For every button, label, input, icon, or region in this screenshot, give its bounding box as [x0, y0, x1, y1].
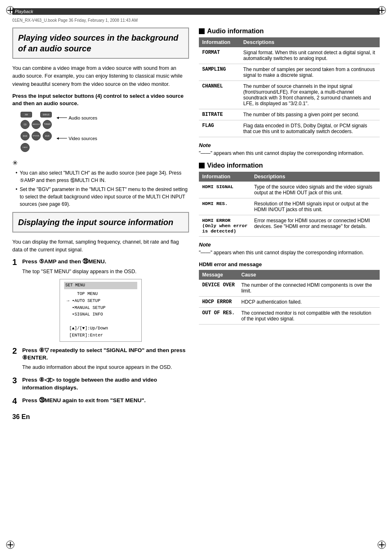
video-info-heading: Video information	[199, 162, 380, 169]
btn-sirius: SIRIUS	[40, 112, 52, 117]
audio-info-cell: CHANNEL	[199, 81, 240, 109]
section-box-1-title: Playing video sources in the background …	[18, 32, 183, 54]
osd-line-6: [ENTER]:Enter	[64, 332, 137, 339]
bullet-list: You can also select "MULTI CH" as the au…	[12, 169, 189, 208]
remote-labels: Audio sources Video sources	[57, 112, 97, 145]
audio-note-title: Note	[199, 142, 380, 148]
video-table-row: HDMI ERROR(Only when erroris detected)Er…	[199, 215, 380, 237]
step-1: 1 Press ⑤AMP and then ㉘MENU. The top "SE…	[12, 258, 189, 341]
box2-body-text: You can display the format, sampling fre…	[12, 238, 189, 254]
arrow-video	[57, 138, 67, 138]
left-column: Playing video sources in the background …	[12, 28, 189, 421]
step-2: 2 Press ⑧▽ repeatedly to select "SIGNAL …	[12, 347, 189, 372]
error-table-row: HDCP ERRORHDCP authentication failed.	[199, 297, 380, 308]
video-info-cell: HDMI ERROR(Only when erroris detected)	[199, 215, 251, 237]
tip-icon-row: ✳	[12, 159, 189, 167]
osd-title: SET MENU	[64, 282, 137, 289]
error-col-cause: Cause	[238, 270, 380, 280]
arrow-audio	[57, 117, 67, 118]
btn-dtvcbl: DTV/CBL	[32, 131, 41, 140]
audio-desc-cell: Flag data encoded in DTS, Dolby Digital,…	[240, 120, 380, 137]
video-note-text: "——" appears when this unit cannot displ…	[199, 249, 380, 256]
section-label: Playback	[12, 8, 380, 15]
bullet-item-1: You can also select "MULTI CH" as the au…	[16, 169, 189, 184]
audio-table-row: SAMPLINGThe number of samples per second…	[199, 64, 380, 81]
step-1-body: The top "SET MENU" display appears in th…	[12, 268, 189, 276]
error-table: Message Cause DEVICE OVERThe number of t…	[199, 270, 380, 325]
osd-line-3: •MANUAL SETUP	[64, 304, 137, 311]
section-box-2: Displaying the input source information	[12, 212, 189, 233]
video-info-title: Video information	[207, 162, 263, 169]
audio-info-table: Information Descriptions FORMATSignal fo…	[199, 37, 380, 137]
audio-table-row: FLAGFlag data encoded in DTS, Dolby Digi…	[199, 120, 380, 137]
osd-display: SET MENU TOP MENU → •AUTO SETUP •MANUAL …	[60, 279, 142, 342]
video-col-info: Information	[199, 172, 251, 182]
error-msg-cell: OUT OF RES.	[199, 308, 238, 325]
step-3-title: Press ⑧◁/▷ to toggle between the audio a…	[22, 376, 189, 392]
video-note: Note "——" appears when this unit cannot …	[199, 242, 380, 256]
audio-desc-cell: The number of bits passing a given point…	[240, 109, 380, 120]
btn-xm: XM	[21, 112, 32, 117]
btn-vaux: V-AUX	[21, 143, 30, 152]
audio-sources-label: Audio sources	[69, 115, 97, 120]
step-4-title: Press ㉘MENU again to exit from "SET MENU…	[22, 397, 146, 405]
audio-info-cell: FLAG	[199, 120, 240, 137]
file-meta: 01EN_RX-V463_U.book Page 36 Friday, Febr…	[12, 18, 380, 23]
btn-cd: CD	[21, 120, 30, 129]
audio-info-cell: SAMPLING	[199, 64, 240, 81]
section-box-1: Playing video sources in the background …	[12, 28, 189, 59]
audio-table-row: BITRATEThe number of bits passing a give…	[199, 109, 380, 120]
corner-mark-br	[378, 541, 386, 549]
step-2-num: 2	[12, 347, 20, 355]
audio-table-row: FORMATSignal format. When this unit cann…	[199, 47, 380, 64]
box1-body-text: You can combine a video image from a vid…	[12, 64, 189, 88]
btn-mdcdr: MD/CD-R	[32, 120, 41, 129]
video-sources-label: Video sources	[69, 136, 97, 141]
video-desc-cell: Error message for HDMI sources or connec…	[251, 215, 380, 237]
audio-info-heading: Audio information	[199, 28, 380, 35]
video-table-row: HDMI RES.Resolution of the HDMI signals …	[199, 198, 380, 215]
error-cause-cell: The connected monitor is not compatible …	[238, 308, 380, 325]
audio-info-cell: FORMAT	[199, 47, 240, 64]
step-3: 3 Press ⑧◁/▷ to toggle between the audio…	[12, 376, 189, 392]
video-desc-cell: Resolution of the HDMI signals input or …	[251, 198, 380, 215]
osd-line-4: •SIGNAL INFO	[64, 311, 137, 318]
video-note-title: Note	[199, 242, 380, 248]
error-msg-cell: HDCP ERROR	[199, 297, 238, 308]
video-info-cell: HDMI RES.	[199, 198, 251, 215]
osd-line-5: [▲]/[▼]:Up/Down	[64, 325, 137, 332]
osd-line-1: TOP MENU	[64, 290, 137, 297]
audio-table-row: CHANNELThe number of source channels in …	[199, 81, 380, 109]
video-col-desc: Descriptions	[251, 172, 380, 182]
remote-diagram: XM SIRIUS CD MD/CD-R TUNER DVD DTV/CBL D…	[21, 112, 189, 154]
video-info-cell: HDMI SIGNAL	[199, 182, 251, 198]
audio-desc-cell: The number of samples per second taken f…	[240, 64, 380, 81]
step-2-body: The audio information about the input so…	[12, 364, 189, 371]
audio-desc-cell: The number of source channels in the inp…	[240, 81, 380, 109]
audio-col-desc: Descriptions	[240, 37, 380, 47]
section-box-2-title: Displaying the input source information	[18, 217, 183, 228]
audio-info-title: Audio information	[207, 28, 264, 35]
step-4: 4 Press ㉘MENU again to exit from "SET ME…	[12, 397, 189, 405]
corner-mark-bl	[6, 541, 14, 549]
error-cause-cell: HDCP authentication failed.	[238, 297, 380, 308]
error-col-msg: Message	[199, 270, 238, 280]
audio-info-cell: BITRATE	[199, 109, 240, 120]
btn-dvd: DVD	[21, 131, 30, 140]
step-1-num: 1	[12, 258, 20, 266]
video-info-table: Information Descriptions HDMI SIGNALType…	[199, 172, 380, 237]
corner-mark-tl	[6, 6, 14, 14]
osd-line-2: → •AUTO SETUP	[64, 297, 137, 304]
instruction-text: Press the input selector buttons (4) con…	[12, 92, 189, 107]
video-desc-cell: Type of the source video signals and the…	[251, 182, 380, 198]
audio-note-text: "——" appears when this unit cannot displ…	[199, 150, 380, 157]
step-3-num: 3	[12, 376, 20, 385]
audio-desc-cell: Signal format. When this unit cannot det…	[240, 47, 380, 64]
hdmi-error-heading: HDMI error and message	[199, 261, 380, 267]
step-1-title: Press ⑤AMP and then ㉘MENU.	[22, 258, 106, 266]
step-4-num: 4	[12, 397, 20, 405]
right-column: Audio information Information Descriptio…	[199, 28, 380, 421]
black-square-video	[199, 163, 205, 168]
error-msg-cell: DEVICE OVER	[199, 280, 238, 297]
error-table-row: DEVICE OVERThe number of the connected H…	[199, 280, 380, 297]
